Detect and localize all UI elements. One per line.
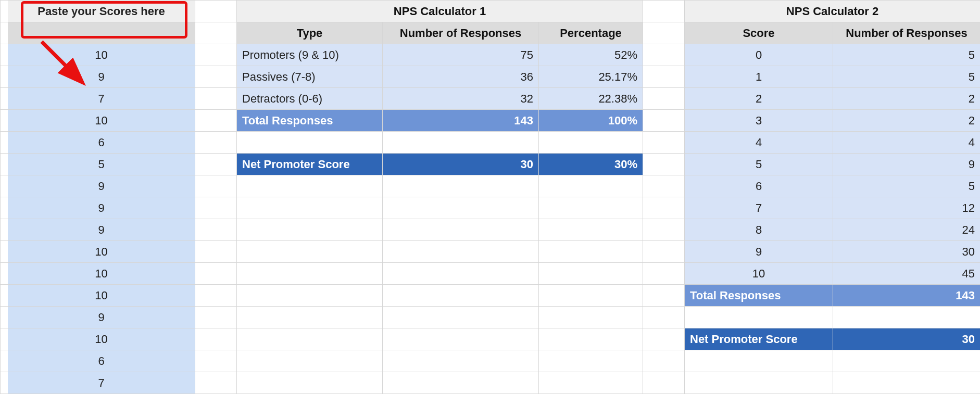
empty-cell[interactable] <box>539 263 643 285</box>
empty-cell[interactable] <box>237 219 383 241</box>
calc2-row-score[interactable]: 3 <box>685 110 833 132</box>
calc2-row-responses[interactable]: 12 <box>833 197 980 219</box>
empty-cell[interactable] <box>237 285 383 307</box>
score-input-cell[interactable]: 9 <box>8 197 195 219</box>
calc2-row-responses[interactable]: 5 <box>833 44 980 66</box>
calc1-total-label[interactable]: Total Responses <box>237 110 383 132</box>
empty-cell[interactable] <box>833 350 980 372</box>
calc2-row-score[interactable]: 8 <box>685 219 833 241</box>
calc2-total-responses[interactable]: 143 <box>833 285 980 307</box>
empty-cell[interactable] <box>237 350 383 372</box>
empty-cell[interactable] <box>833 307 980 328</box>
calc1-title[interactable]: NPS Calculator 1 <box>237 1 643 22</box>
empty-cell[interactable] <box>539 285 643 307</box>
calc1-nps-value[interactable]: 30 <box>383 154 539 175</box>
calc2-row-responses[interactable]: 5 <box>833 66 980 88</box>
empty-cell[interactable] <box>539 372 643 394</box>
empty-cell[interactable] <box>383 307 539 328</box>
empty-cell[interactable] <box>237 263 383 285</box>
calc2-row-responses[interactable]: 2 <box>833 88 980 110</box>
calc2-row-score[interactable]: 2 <box>685 88 833 110</box>
score-input-cell[interactable]: 10 <box>8 328 195 350</box>
score-input-cell[interactable]: 9 <box>8 307 195 328</box>
empty-cell[interactable] <box>685 350 833 372</box>
calc2-col-responses[interactable]: Number of Responses <box>833 22 980 44</box>
empty-cell[interactable] <box>539 350 643 372</box>
calc2-row-score[interactable]: 10 <box>685 263 833 285</box>
score-input-cell[interactable]: 9 <box>8 175 195 197</box>
calc1-row-responses[interactable]: 32 <box>383 88 539 110</box>
calc2-row-responses[interactable]: 9 <box>833 154 980 175</box>
calc1-row-pct[interactable]: 25.17% <box>539 66 643 88</box>
empty-cell[interactable] <box>383 175 539 197</box>
calc1-col-type[interactable]: Type <box>237 22 383 44</box>
empty-cell[interactable] <box>685 372 833 394</box>
empty-cell[interactable] <box>539 219 643 241</box>
score-input-cell[interactable]: 10 <box>8 285 195 307</box>
empty-cell[interactable] <box>539 328 643 350</box>
score-input-cell[interactable]: 10 <box>8 263 195 285</box>
spreadsheet-grid[interactable]: Paste your Scores hereNPS Calculator 1NP… <box>0 0 980 394</box>
empty-cell[interactable] <box>539 175 643 197</box>
empty-cell[interactable] <box>237 307 383 328</box>
empty-cell[interactable] <box>383 285 539 307</box>
calc1-row-type[interactable]: Passives (7-8) <box>237 66 383 88</box>
empty-cell[interactable] <box>237 372 383 394</box>
calc2-row-score[interactable]: 9 <box>685 241 833 263</box>
empty-cell[interactable] <box>383 350 539 372</box>
calc2-title[interactable]: NPS Calculator 2 <box>685 1 980 22</box>
empty-cell[interactable] <box>539 197 643 219</box>
score-input-cell[interactable]: 9 <box>8 219 195 241</box>
empty-cell[interactable] <box>539 307 643 328</box>
calc2-total-label[interactable]: Total Responses <box>685 285 833 307</box>
calc1-total-pct[interactable]: 100% <box>539 110 643 132</box>
calc1-total-responses[interactable]: 143 <box>383 110 539 132</box>
calc2-row-responses[interactable]: 4 <box>833 132 980 154</box>
calc2-row-score[interactable]: 5 <box>685 154 833 175</box>
empty-cell[interactable] <box>539 132 643 154</box>
calc2-row-responses[interactable]: 30 <box>833 241 980 263</box>
calc2-row-score[interactable]: 1 <box>685 66 833 88</box>
empty-cell[interactable] <box>383 132 539 154</box>
calc2-col-score[interactable]: Score <box>685 22 833 44</box>
empty-cell[interactable] <box>237 175 383 197</box>
calc2-row-responses[interactable]: 24 <box>833 219 980 241</box>
calc2-row-responses[interactable]: 2 <box>833 110 980 132</box>
calc2-row-responses[interactable]: 5 <box>833 175 980 197</box>
empty-cell[interactable] <box>383 328 539 350</box>
score-input-cell[interactable]: 7 <box>8 372 195 394</box>
calc1-row-responses[interactable]: 75 <box>383 44 539 66</box>
calc2-row-score[interactable]: 4 <box>685 132 833 154</box>
calc1-nps-pct[interactable]: 30% <box>539 154 643 175</box>
empty-cell[interactable] <box>237 132 383 154</box>
paste-scores-header[interactable]: Paste your Scores here <box>8 1 195 22</box>
calc2-row-score[interactable]: 0 <box>685 44 833 66</box>
calc1-row-responses[interactable]: 36 <box>383 66 539 88</box>
score-input-cell[interactable]: 10 <box>8 241 195 263</box>
calc1-col-pct[interactable]: Percentage <box>539 22 643 44</box>
calc1-col-responses[interactable]: Number of Responses <box>383 22 539 44</box>
calc2-row-responses[interactable]: 45 <box>833 263 980 285</box>
score-input-cell[interactable]: 6 <box>8 350 195 372</box>
score-input-cell[interactable]: 6 <box>8 132 195 154</box>
score-input-cell[interactable]: 10 <box>8 110 195 132</box>
calc1-row-pct[interactable]: 22.38% <box>539 88 643 110</box>
empty-cell[interactable] <box>383 241 539 263</box>
calc2-row-score[interactable]: 7 <box>685 197 833 219</box>
calc2-row-score[interactable]: 6 <box>685 175 833 197</box>
empty-cell[interactable] <box>383 219 539 241</box>
empty-cell[interactable] <box>383 263 539 285</box>
empty-cell[interactable] <box>833 372 980 394</box>
empty-cell[interactable] <box>237 197 383 219</box>
calc1-row-type[interactable]: Detractors (0-6) <box>237 88 383 110</box>
empty-cell[interactable] <box>237 241 383 263</box>
empty-cell[interactable] <box>383 372 539 394</box>
score-input-cell[interactable]: 5 <box>8 154 195 175</box>
empty-cell[interactable] <box>237 328 383 350</box>
calc2-nps-value[interactable]: 30 <box>833 328 980 350</box>
empty-cell[interactable] <box>685 307 833 328</box>
calc2-nps-label[interactable]: Net Promoter Score <box>685 328 833 350</box>
calc1-row-type[interactable]: Promoters (9 & 10) <box>237 44 383 66</box>
calc1-nps-label[interactable]: Net Promoter Score <box>237 154 383 175</box>
calc1-row-pct[interactable]: 52% <box>539 44 643 66</box>
